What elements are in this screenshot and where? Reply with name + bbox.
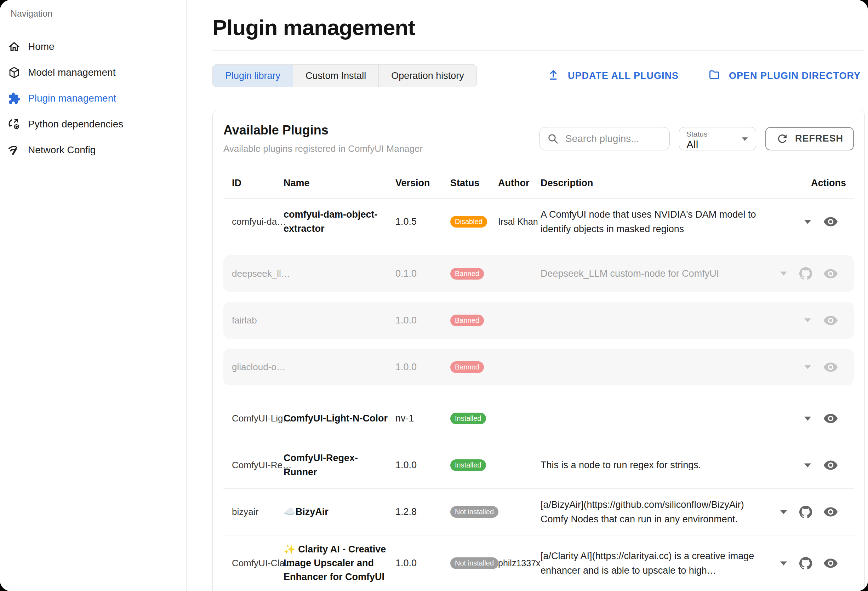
plugin-id: ComfyUI-Re… <box>223 460 283 471</box>
view-details-eye-icon[interactable] <box>824 507 838 517</box>
expand-row-caret-icon[interactable] <box>779 560 788 566</box>
status-badge: Installed <box>450 459 486 471</box>
tab-operation-history[interactable]: Operation history <box>379 65 477 87</box>
column-header-author: Author <box>498 178 540 189</box>
row-actions <box>776 506 854 519</box>
plugin-version: 1.0.5 <box>396 216 450 227</box>
expand-row-caret-icon[interactable] <box>803 317 812 323</box>
expand-row-caret-icon[interactable] <box>803 364 812 370</box>
expand-row-caret-icon[interactable] <box>779 509 788 515</box>
sidebar-item-label: Python dependencies <box>28 119 123 130</box>
open-plugin-directory-button[interactable]: OPEN PLUGIN DIRECTORY <box>709 69 861 83</box>
table-body: comfyui-da… comfyui-dam-object-extractor… <box>223 199 854 591</box>
sidebar-item-network-config[interactable]: Network Config <box>0 137 186 163</box>
view-details-eye-icon[interactable] <box>824 315 838 326</box>
view-details-eye-icon[interactable] <box>824 362 838 372</box>
sidebar-item-model-management[interactable]: Model management <box>0 59 186 85</box>
sidebar-item-label: Model management <box>28 67 115 78</box>
view-details-eye-icon[interactable] <box>824 460 838 470</box>
status-badge: Banned <box>450 361 484 373</box>
toolbar: Plugin library Custom Install Operation … <box>213 64 865 87</box>
search-icon <box>547 133 559 145</box>
sidebar-title: Navigation <box>10 9 186 19</box>
sidebar-item-label: Network Config <box>28 144 96 156</box>
table-row: comfyui-da… comfyui-dam-object-extractor… <box>223 199 854 245</box>
update-all-plugins-button[interactable]: UPDATE ALL PLUGINS <box>547 69 679 83</box>
plugin-version: 0.1.0 <box>396 268 450 279</box>
refresh-button[interactable]: REFRESH <box>765 127 854 150</box>
plugin-version: 1.0.0 <box>396 460 450 471</box>
plugin-id: ComfyUI-Cla… <box>223 558 283 569</box>
table-row: ComfyUI-Cla… ✨ Clarity AI - Creative Ima… <box>223 535 854 591</box>
puzzle-icon <box>8 92 21 105</box>
plugin-description: Deepseek_LLM custom-node for ComfyUI <box>540 267 776 281</box>
plugin-name: ☁️BizyAir <box>283 505 396 519</box>
plugin-description: A ComfyUI node that uses NVIDIA's DAM mo… <box>540 207 776 236</box>
view-details-eye-icon[interactable] <box>824 413 838 424</box>
plugin-author: philz1337x <box>498 558 540 568</box>
row-actions <box>776 413 854 424</box>
panel-title: Available Plugins <box>223 123 423 138</box>
status-filter-value: All <box>686 139 749 151</box>
plugin-version: 1.0.0 <box>396 315 450 326</box>
sidebar-item-label: Plugin management <box>28 93 116 104</box>
plugin-version: 1.0.0 <box>396 362 450 373</box>
github-icon[interactable] <box>799 557 812 570</box>
plugin-id: ComfyUI-Lig… <box>223 413 283 424</box>
status-filter-label: Status <box>686 130 749 139</box>
status-badge: Installed <box>450 413 486 424</box>
plugin-name: ComfyUI-Light-N-Color <box>283 411 396 425</box>
tab-custom-install[interactable]: Custom Install <box>293 65 379 87</box>
main-content: Plugin management Plugin library Custom … <box>187 0 868 591</box>
app-window: Navigation Home Model management Plugin … <box>0 0 868 591</box>
plugin-version: 1.2.8 <box>396 506 450 517</box>
sidebar-nav: Home Model management Plugin management … <box>0 34 186 163</box>
expand-row-caret-icon[interactable] <box>803 416 812 422</box>
plugin-id: deepseek_ll… <box>223 268 283 279</box>
search-input[interactable] <box>565 133 662 145</box>
plugin-id: comfyui-da… <box>223 216 283 227</box>
plugins-table: ID Name Version Status Author Descriptio… <box>223 174 854 591</box>
column-header-id: ID <box>223 178 283 189</box>
plugin-name: ✨ Clarity AI - Creative Image Upscaler a… <box>283 542 396 584</box>
table-header: ID Name Version Status Author Descriptio… <box>223 174 854 199</box>
title-divider <box>213 50 865 51</box>
status-badge: Not installed <box>450 557 498 569</box>
panel-header: Available Plugins Available plugins regi… <box>223 123 854 154</box>
search-box <box>539 127 670 150</box>
table-row: ComfyUI-Re… ComfyUI-Regex-Runner 1.0.0 I… <box>223 442 854 489</box>
tab-plugin-library[interactable]: Plugin library <box>213 65 293 87</box>
view-details-eye-icon[interactable] <box>824 558 838 568</box>
plugin-id: gliacloud-o… <box>223 362 283 373</box>
view-details-eye-icon[interactable] <box>824 268 838 279</box>
network-icon <box>8 144 21 156</box>
status-badge: Disabled <box>450 216 487 228</box>
expand-row-caret-icon[interactable] <box>803 219 812 225</box>
column-header-status: Status <box>450 178 498 189</box>
column-header-name: Name <box>283 178 396 189</box>
status-badge: Not installed <box>450 506 498 518</box>
sidebar-item-plugin-management[interactable]: Plugin management <box>0 85 186 111</box>
status-filter-select[interactable]: Status All <box>679 127 756 150</box>
row-actions <box>776 557 854 570</box>
view-details-eye-icon[interactable] <box>824 217 838 227</box>
status-badge: Banned <box>450 315 484 326</box>
python-deps-icon <box>8 118 21 131</box>
github-icon[interactable] <box>799 506 812 519</box>
github-icon[interactable] <box>799 267 812 280</box>
column-header-version: Version <box>396 178 450 189</box>
plugin-description: [a/BizyAir](https://github.com/siliconfl… <box>540 498 776 526</box>
sidebar-item-python-dependencies[interactable]: Python dependencies <box>0 111 186 137</box>
sidebar-item-home[interactable]: Home <box>0 34 186 59</box>
plugin-id: fairlab <box>223 315 283 326</box>
row-actions <box>776 362 854 372</box>
table-row: bizyair ☁️BizyAir 1.2.8 Not installed [a… <box>223 489 854 535</box>
plugin-name: ComfyUI-Regex-Runner <box>283 451 396 479</box>
refresh-icon <box>776 133 789 145</box>
tab-bar: Plugin library Custom Install Operation … <box>213 65 477 87</box>
expand-row-caret-icon[interactable] <box>779 271 788 276</box>
expand-row-caret-icon[interactable] <box>803 463 812 468</box>
row-actions <box>776 267 854 280</box>
plugin-description: [a/Clarity AI](https://clarityai.cc) is … <box>540 549 776 578</box>
available-plugins-panel: Available Plugins Available plugins regi… <box>213 110 865 591</box>
